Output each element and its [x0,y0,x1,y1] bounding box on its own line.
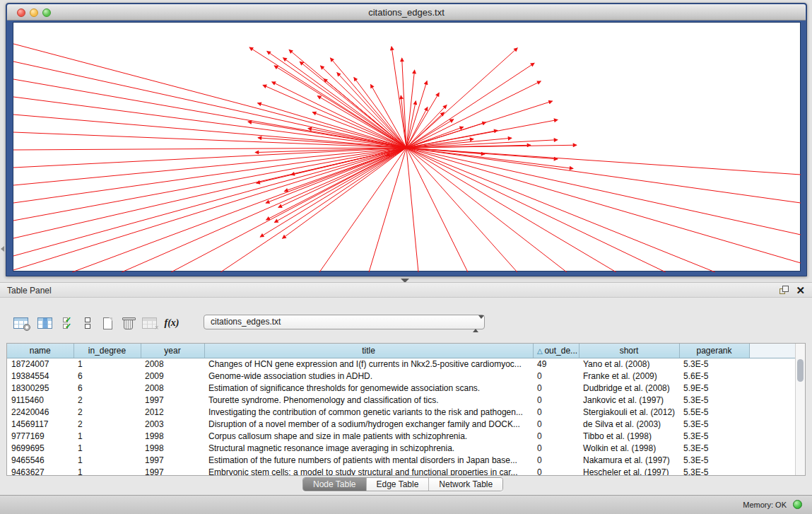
table-cell[interactable]: 0 [533,382,579,394]
row-height-button[interactable] [78,315,97,332]
table-cell[interactable]: 2 [73,394,141,406]
table-cell[interactable]: 9465546 [7,454,73,466]
scrollbar-thumb[interactable] [797,359,804,382]
column-header-pagerank[interactable]: pagerank [679,344,749,358]
table-settings-button[interactable] [11,315,30,332]
column-header-out-de-[interactable]: △ out_de... [533,344,579,358]
table-cell[interactable]: de Silva et al. (2003) [579,418,679,430]
table-cell[interactable]: 1 [73,358,141,370]
table-cell[interactable]: 0 [533,442,579,454]
table-cell[interactable]: 0 [533,430,579,442]
table-cell[interactable]: 6 [73,370,141,382]
tab-edge-table[interactable]: Edge Table [367,478,430,491]
table-row[interactable]: 911546021997Tourette syndrome. Phenomeno… [7,394,795,406]
table-cell[interactable]: 19384554 [7,370,73,382]
table-cell[interactable]: 5.3E-5 [679,394,749,406]
table-cell[interactable]: Estimation of significance thresholds fo… [204,382,533,394]
table-cell[interactable]: 0 [533,466,579,476]
table-cell[interactable]: 5.5E-5 [679,406,749,418]
column-header-title[interactable]: title [204,344,533,358]
float-panel-icon[interactable] [779,286,789,296]
table-cell[interactable]: 1 [73,454,141,466]
table-cell[interactable]: Nakamura et al. (1997) [579,454,679,466]
table-cell[interactable]: 1 [73,466,141,476]
table-cell[interactable]: 1997 [141,394,204,406]
table-cell[interactable]: 2 [73,418,141,430]
table-cell[interactable]: Wolkin et al. (1998) [579,442,679,454]
table-cell[interactable]: 5.6E-5 [679,370,749,382]
table-cell[interactable]: Changes of HCN gene expression and I(f) … [204,358,533,370]
network-view-window[interactable]: citations_edges.txt [6,3,807,276]
left-panel-expand-icon[interactable] [1,246,4,252]
table-cell[interactable]: Embryonic stem cells: a model to study s… [204,466,533,476]
table-cell[interactable]: 9463627 [7,466,73,476]
tab-node-table[interactable]: Node Table [303,478,367,491]
table-cell[interactable]: Disruption of a novel member of a sodium… [204,418,533,430]
table-cell[interactable]: 1 [73,442,141,454]
close-panel-icon[interactable]: ✕ [796,284,805,297]
table-cell[interactable]: Hescheler et al. (1997) [579,466,679,476]
table-cell[interactable]: 9777169 [7,430,73,442]
table-cell[interactable]: Tourette syndrome. Phenomenology and cla… [204,394,533,406]
table-cell[interactable]: Jankovic et al. (1997) [579,394,679,406]
table-cell[interactable]: 5.3E-5 [679,442,749,454]
function-builder-button[interactable]: f(x) [163,315,181,332]
table-row[interactable]: 977716911998Corpus callosum shape and si… [7,430,795,442]
table-cell[interactable]: 2003 [141,418,204,430]
table-cell[interactable]: Franke et al. (2009) [579,370,679,382]
table-cell[interactable]: 1998 [141,442,204,454]
node-table[interactable]: namein_degreeyeartitle△ out_de...shortpa… [6,343,806,476]
table-row[interactable]: 946554611997Estimation of the future num… [7,454,795,466]
table-cell[interactable]: 1 [73,430,141,442]
select-rows-button[interactable]: ✓ ✓ [59,315,78,332]
table-row[interactable]: 1872400712008Changes of HCN gene express… [7,358,795,370]
table-cell[interactable]: 22420046 [7,406,73,418]
table-cell[interactable]: 1998 [141,430,204,442]
table-cell[interactable]: 5.3E-5 [679,430,749,442]
table-header-row[interactable]: namein_degreeyeartitle△ out_de...shortpa… [7,344,795,358]
network-canvas-svg[interactable] [13,23,801,272]
table-row[interactable]: 969969511998Structural magnetic resonanc… [7,442,795,454]
table-cell[interactable]: Investigating the contribution of common… [204,406,533,418]
table-cell[interactable]: 2009 [141,370,204,382]
table-cell[interactable]: Yano et al. (2008) [579,358,679,370]
table-cell[interactable]: 2012 [141,406,204,418]
table-cell[interactable]: 0 [533,418,579,430]
network-table-select[interactable]: citations_edges.txt [204,315,485,329]
table-row[interactable]: 2242004622012Investigating the contribut… [7,406,795,418]
table-cell[interactable]: 1997 [141,466,204,476]
table-cell[interactable]: 49 [533,358,579,370]
new-document-button[interactable] [98,315,117,332]
table-cell[interactable]: 0 [533,406,579,418]
column-header-short[interactable]: short [579,344,679,358]
column-header-in-degree[interactable]: in_degree [73,344,141,358]
network-window-titlebar[interactable]: citations_edges.txt [7,4,806,21]
table-row[interactable]: 946362711997Embryonic stem cells: a mode… [7,466,795,476]
tab-network-table[interactable]: Network Table [429,478,502,491]
table-row[interactable]: 1830029562008Estimation of significance … [7,382,795,394]
table-cell[interactable]: Estimation of the future numbers of pati… [204,454,533,466]
table-cell[interactable]: 14569117 [7,418,73,430]
table-cell[interactable]: 0 [533,454,579,466]
column-header-name[interactable]: name [7,344,73,358]
table-cell[interactable]: Corpus callosum shape and size in male p… [204,430,533,442]
vertical-scrollbar[interactable] [795,344,805,475]
table-cell[interactable]: 2008 [141,358,204,370]
table-cell[interactable]: 5.3E-5 [679,454,749,466]
table-cell[interactable]: Stergiakouli et al. (2012) [579,406,679,418]
table-cell[interactable]: 5.3E-5 [679,466,749,476]
table-cell[interactable]: 6 [73,382,141,394]
show-columns-button[interactable] [35,315,54,332]
table-cell[interactable]: 9699695 [7,442,73,454]
table-cell[interactable]: 18300295 [7,382,73,394]
table-cell[interactable]: 2 [73,406,141,418]
table-cell[interactable]: 2008 [141,382,204,394]
table-cell[interactable]: 0 [533,370,579,382]
network-canvas[interactable] [13,22,801,271]
table-cell[interactable]: Genome-wide association studies in ADHD. [204,370,533,382]
table-cell[interactable]: 5.9E-5 [679,382,749,394]
table-cell[interactable]: 18724007 [7,358,73,370]
table-cell[interactable]: Tibbo et al. (1998) [579,430,679,442]
table-cell[interactable]: Dudbridge et al. (2008) [579,382,679,394]
table-row[interactable]: 1938455462009Genome-wide association stu… [7,370,795,382]
